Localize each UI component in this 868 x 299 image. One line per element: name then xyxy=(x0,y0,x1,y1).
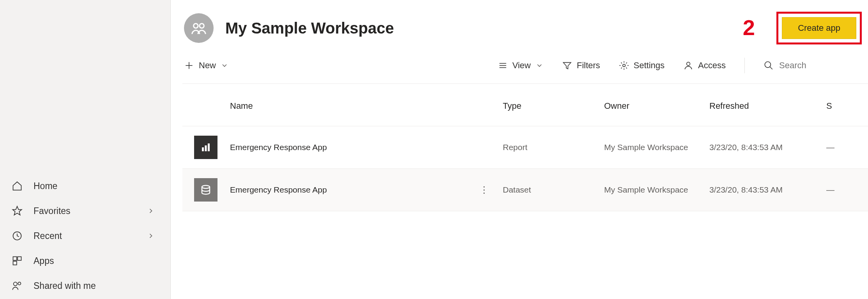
item-s: — xyxy=(820,126,868,169)
item-name: Emergency Response App xyxy=(224,126,473,169)
col-refreshed[interactable]: Refreshed xyxy=(703,84,820,126)
sidebar-item-label: Favorites xyxy=(34,206,71,216)
svg-rect-28 xyxy=(208,143,210,151)
sidebar-item-label: Recent xyxy=(34,231,62,241)
sidebar-item-shared[interactable]: Shared with me xyxy=(0,273,170,298)
sidebar-item-label: Home xyxy=(34,181,57,191)
chevron-down-icon xyxy=(221,62,228,69)
create-app-button[interactable]: Create app xyxy=(782,17,856,39)
annotation-number-2: 2 xyxy=(743,15,755,40)
item-name: Emergency Response App xyxy=(224,169,473,211)
svg-rect-27 xyxy=(205,145,207,151)
sidebar-item-label: Shared with me xyxy=(34,281,96,291)
col-s[interactable]: S xyxy=(820,84,868,126)
new-label: New xyxy=(199,60,216,71)
toolbar: New View Filters Settings Access xyxy=(182,43,868,84)
svg-point-24 xyxy=(765,62,771,67)
chevron-down-icon xyxy=(536,62,543,69)
item-owner: My Sample Workspace xyxy=(598,126,703,169)
page-title: My Sample Workspace xyxy=(225,19,394,37)
gear-icon xyxy=(619,60,629,71)
item-type: Report xyxy=(497,126,598,169)
apps-icon xyxy=(12,255,23,266)
item-owner: My Sample Workspace xyxy=(598,169,703,211)
svg-rect-6 xyxy=(18,257,21,260)
filter-icon xyxy=(562,60,572,71)
view-button[interactable]: View xyxy=(497,60,543,71)
row-more-menu[interactable]: ⋮ xyxy=(479,184,489,195)
svg-rect-7 xyxy=(13,261,17,265)
col-owner[interactable]: Owner xyxy=(598,84,703,126)
sidebar-item-recent[interactable]: Recent xyxy=(0,223,170,248)
hamburger-icon xyxy=(10,12,160,162)
svg-point-22 xyxy=(622,64,625,67)
search-input[interactable] xyxy=(778,60,856,71)
home-icon xyxy=(12,180,23,191)
toolbar-divider xyxy=(744,58,745,73)
new-button[interactable]: New xyxy=(184,60,228,71)
svg-point-14 xyxy=(194,24,198,28)
people-icon xyxy=(12,280,23,291)
item-refreshed: 3/23/20, 8:43:53 AM xyxy=(703,169,820,211)
settings-label: Settings xyxy=(634,60,665,71)
access-button[interactable]: Access xyxy=(683,60,726,71)
sidebar-item-home[interactable]: Home xyxy=(0,173,170,198)
search-box[interactable] xyxy=(764,60,856,71)
sidebar-item-label: Apps xyxy=(34,256,54,266)
col-name[interactable]: Name xyxy=(224,84,473,126)
svg-point-15 xyxy=(200,24,204,28)
plus-icon xyxy=(184,60,194,71)
access-label: Access xyxy=(698,60,726,71)
view-label: View xyxy=(512,60,530,71)
content-table: Name Type Owner Refreshed S Emergency Re… xyxy=(182,84,868,211)
sidebar-item-apps[interactable]: Apps xyxy=(0,248,170,273)
settings-button[interactable]: Settings xyxy=(619,60,665,71)
svg-point-8 xyxy=(14,282,17,286)
star-icon xyxy=(12,205,23,216)
filters-label: Filters xyxy=(577,60,600,71)
search-icon xyxy=(764,60,774,71)
table-row[interactable]: Emergency Response App ⋮ Dataset My Samp… xyxy=(182,169,868,211)
dataset-icon xyxy=(194,178,217,202)
item-s: — xyxy=(820,169,868,211)
main-content: My Sample Workspace 2 Create app New Vie… xyxy=(171,0,868,299)
person-icon xyxy=(683,60,693,71)
workspace-header-avatar-icon xyxy=(184,13,214,43)
item-refreshed: 3/23/20, 8:43:53 AM xyxy=(703,126,820,169)
chevron-right-icon xyxy=(147,232,155,240)
report-icon xyxy=(194,136,217,159)
chevron-right-icon xyxy=(147,207,155,215)
hamburger-menu[interactable] xyxy=(0,8,170,173)
clock-icon xyxy=(12,230,23,241)
svg-rect-5 xyxy=(13,257,17,260)
svg-point-23 xyxy=(687,62,690,65)
svg-line-25 xyxy=(770,67,773,69)
sidebar-item-favorites[interactable]: Favorites xyxy=(0,198,170,223)
svg-point-29 xyxy=(202,186,210,189)
list-icon xyxy=(497,60,507,71)
svg-marker-21 xyxy=(563,62,571,69)
svg-marker-3 xyxy=(12,206,21,215)
table-header-row: Name Type Owner Refreshed S xyxy=(182,84,868,126)
table-row[interactable]: Emergency Response App Report My Sample … xyxy=(182,126,868,169)
workspace-header: My Sample Workspace 2 Create app xyxy=(182,13,868,43)
filters-button[interactable]: Filters xyxy=(562,60,600,71)
svg-rect-26 xyxy=(202,147,204,151)
col-type[interactable]: Type xyxy=(497,84,598,126)
svg-point-9 xyxy=(18,282,21,285)
sidebar: Home Favorites Recent Apps Shared with m… xyxy=(0,0,171,299)
item-type: Dataset xyxy=(497,169,598,211)
